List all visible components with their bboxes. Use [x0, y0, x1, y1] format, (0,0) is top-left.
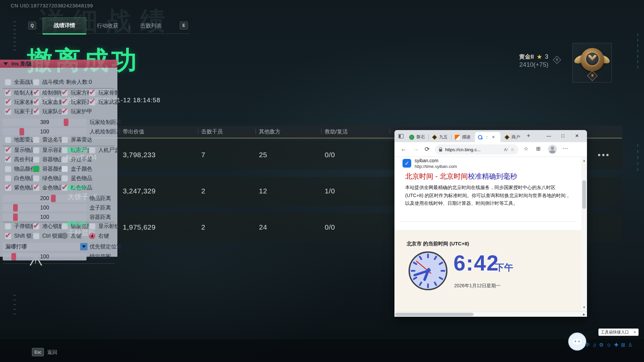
menu-item-label[interactable]: 高价列表 — [14, 156, 36, 163]
menu-item-label[interactable]: 玩家骨骼 — [98, 89, 120, 97]
result-site-url[interactable]: http://time.syiban.com — [415, 164, 457, 169]
dropdown-arrow-button[interactable] — [80, 243, 88, 250]
menu-checkbox[interactable] — [33, 147, 40, 154]
maximize-button[interactable]: □ — [556, 130, 570, 141]
menu-item-label[interactable]: 雷达名字 — [42, 136, 64, 143]
menu-item-label[interactable]: 蓝色物品 — [71, 175, 92, 182]
menu-item-label[interactable]: 绘制倒地 — [42, 89, 64, 97]
menu-checkbox[interactable]: ✔ — [33, 108, 40, 115]
menu-checkbox[interactable]: ✔ — [5, 184, 11, 191]
color-swatch[interactable] — [33, 166, 40, 172]
favorites-icon[interactable]: ☆ — [524, 145, 528, 152]
color-swatch[interactable] — [61, 166, 68, 172]
row-more-button[interactable]: ••• — [598, 150, 610, 160]
toolbox-icon[interactable]: ✚ — [614, 342, 619, 348]
menu-checkbox[interactable]: ✔ — [5, 89, 11, 96]
menu-checkbox[interactable]: ✔ — [5, 156, 11, 163]
forward-button[interactable]: → — [413, 145, 419, 153]
menu-checkbox[interactable]: ✔ — [33, 223, 40, 230]
cheat-menu-header[interactable]: Ins 显/隐 — [0, 60, 117, 68]
collections-icon[interactable]: ⊞ — [536, 145, 540, 152]
menu-checkbox[interactable]: ✔ — [89, 89, 96, 96]
vertical-scroll-thumb[interactable] — [582, 180, 586, 209]
add-favorite-icon[interactable]: ☆ — [511, 147, 515, 152]
menu-checkbox[interactable] — [33, 175, 40, 182]
menu-checkbox[interactable] — [61, 175, 68, 182]
menu-item-label[interactable]: 准心锁敌 — [42, 223, 64, 230]
menu-item-label[interactable]: 地图雷达 — [14, 136, 36, 143]
menu-checkbox[interactable]: ✔ — [33, 184, 40, 191]
toolbox-icon[interactable]: ⊞ — [621, 342, 626, 348]
menu-checkbox[interactable]: ✔ — [33, 99, 40, 106]
cheat-menu[interactable]: Ins 显/隐 全面战场战斗模式~ 剩余人数:0✔绘制人机✔绘制倒地✔玩家方框✔… — [0, 60, 117, 257]
browser-tab[interactable]: 商户 — [502, 132, 523, 142]
menu-item-label[interactable]: 子弹锁敌 — [14, 223, 36, 230]
toolbox-icon[interactable]: 中 — [585, 342, 590, 348]
menu-checkbox[interactable]: ✔ — [89, 99, 96, 106]
menu-checkbox[interactable]: ✔ — [5, 147, 11, 154]
tab-battle-details[interactable]: 战绩详情 — [43, 17, 86, 35]
menu-slider[interactable]: 100 — [3, 214, 87, 221]
tab-action-loot[interactable]: 行动收获 — [86, 18, 129, 34]
menu-checkbox[interactable] — [33, 233, 40, 239]
help-icon[interactable]: ? — [553, 56, 561, 64]
menu-item-label[interactable]: 全面战场 — [14, 78, 36, 86]
menu-item-label[interactable]: 容器物品 — [42, 156, 64, 163]
mouse-bind-radio[interactable] — [61, 233, 68, 239]
close-window-button[interactable]: ✕ — [570, 130, 584, 141]
menu-item-label[interactable]: 显示射线 — [98, 223, 120, 230]
menu-checkbox[interactable]: ✔ — [5, 99, 11, 106]
horizontal-scroll-thumb[interactable] — [395, 313, 474, 316]
menu-slider[interactable]: 100 — [3, 253, 87, 260]
menu-slider[interactable]: 389 — [3, 119, 87, 126]
menu-checkbox[interactable] — [5, 166, 11, 172]
back-button[interactable]: ← — [400, 145, 407, 153]
scroll-right-arrow[interactable]: ▶ — [581, 313, 587, 316]
slider-handle[interactable] — [11, 253, 16, 260]
slider-handle[interactable] — [64, 119, 68, 126]
menu-item-label[interactable]: 玩家名称 — [14, 99, 36, 106]
menu-checkbox[interactable] — [5, 175, 11, 182]
menu-item-label[interactable]: 物品颜色 — [14, 165, 36, 173]
slider-handle[interactable] — [19, 128, 24, 135]
browser-tab[interactable]: 九五 — [429, 132, 451, 142]
menu-item-label[interactable]: 白色物品 — [14, 175, 36, 182]
menu-checkbox[interactable] — [5, 79, 11, 85]
close-tab-icon[interactable]: ✕ — [492, 135, 495, 139]
menu-item-label[interactable]: 玩家武器 — [98, 99, 120, 106]
menu-checkbox[interactable]: ✔ — [61, 89, 68, 96]
menu-checkbox[interactable] — [5, 136, 11, 143]
menu-item-label[interactable]: 战斗模式 — [42, 78, 64, 86]
menu-item-label[interactable]: 绘制人机 — [14, 89, 36, 97]
settings-more-icon[interactable]: … — [562, 143, 568, 150]
profile-avatar[interactable] — [548, 145, 557, 154]
menu-checkbox[interactable] — [89, 147, 96, 154]
menu-checkbox[interactable] — [33, 79, 40, 85]
toolbox-icon[interactable]: ♙ — [628, 342, 632, 348]
menu-checkbox[interactable] — [5, 223, 11, 230]
menu-item-label[interactable]: 显示物品 — [14, 146, 36, 154]
minimize-button[interactable]: — — [542, 130, 555, 141]
menu-item-label[interactable]: 玩家干员 — [14, 108, 36, 115]
menu-slider[interactable]: 100 — [3, 204, 87, 212]
menu-item-label[interactable]: 屏幕雷达 — [71, 136, 92, 143]
menu-checkbox[interactable]: ✔ — [33, 89, 40, 96]
slider-handle[interactable] — [51, 195, 56, 202]
toolbox-tooltip[interactable]: 工具箱快捷入口 ✕ — [598, 328, 639, 336]
assistant-logo-icon[interactable] — [568, 333, 586, 351]
menu-checkbox[interactable]: ✔ — [5, 108, 11, 115]
menu-item-label[interactable]: 玩家护甲 — [71, 108, 92, 115]
menu-item-label[interactable]: 玩家队伍 — [42, 108, 64, 115]
refresh-button[interactable]: ⟳ — [425, 145, 430, 153]
browser-tab[interactable]: ：✕ — [475, 132, 500, 142]
menu-item-label[interactable]: 人机尸盒 — [98, 146, 120, 154]
menu-item-label[interactable]: 容器颜色 — [42, 165, 64, 173]
menu-item-label[interactable]: 右键 — [98, 232, 109, 240]
slider-handle[interactable] — [13, 204, 18, 212]
priority-dropdown[interactable]: 漏哪打哪 — [3, 243, 88, 251]
menu-item-label[interactable]: 显示容器 — [42, 146, 64, 154]
tooltip-close-icon[interactable]: ✕ — [633, 330, 636, 335]
menu-checkbox[interactable] — [61, 136, 68, 143]
result-title-link[interactable]: 北京时间 - 北京时间校准精确到毫秒 — [405, 172, 517, 181]
browser-tab[interactable]: 磐石 — [407, 132, 428, 142]
